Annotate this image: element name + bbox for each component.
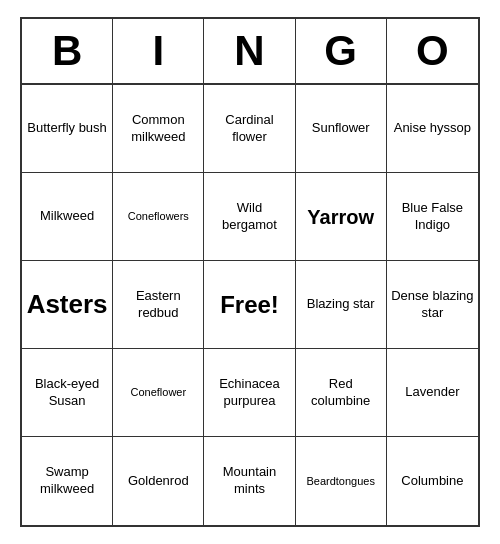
header-letter-i: I [113, 19, 204, 83]
bingo-cell-12: Free! [204, 261, 295, 349]
bingo-cell-11: Eastern redbud [113, 261, 204, 349]
bingo-cell-3: Sunflower [296, 85, 387, 173]
header-letter-o: O [387, 19, 478, 83]
bingo-cell-10: Asters [22, 261, 113, 349]
bingo-cell-5: Milkweed [22, 173, 113, 261]
bingo-header: BINGO [22, 19, 478, 85]
header-letter-g: G [296, 19, 387, 83]
bingo-cell-4: Anise hyssop [387, 85, 478, 173]
bingo-cell-19: Lavender [387, 349, 478, 437]
bingo-grid: Butterfly bushCommon milkweedCardinal fl… [22, 85, 478, 525]
bingo-card: BINGO Butterfly bushCommon milkweedCardi… [20, 17, 480, 527]
bingo-cell-13: Blazing star [296, 261, 387, 349]
bingo-cell-9: Blue False Indigo [387, 173, 478, 261]
bingo-cell-15: Black-eyed Susan [22, 349, 113, 437]
header-letter-n: N [204, 19, 295, 83]
bingo-cell-17: Echinacea purpurea [204, 349, 295, 437]
bingo-cell-8: Yarrow [296, 173, 387, 261]
bingo-cell-6: Coneflowers [113, 173, 204, 261]
bingo-cell-18: Red columbine [296, 349, 387, 437]
bingo-cell-23: Beardtongues [296, 437, 387, 525]
header-letter-b: B [22, 19, 113, 83]
bingo-cell-20: Swamp milkweed [22, 437, 113, 525]
bingo-cell-7: Wild bergamot [204, 173, 295, 261]
bingo-cell-0: Butterfly bush [22, 85, 113, 173]
bingo-cell-22: Mountain mints [204, 437, 295, 525]
bingo-cell-21: Goldenrod [113, 437, 204, 525]
bingo-cell-16: Coneflower [113, 349, 204, 437]
bingo-cell-2: Cardinal flower [204, 85, 295, 173]
bingo-cell-1: Common milkweed [113, 85, 204, 173]
bingo-cell-24: Columbine [387, 437, 478, 525]
bingo-cell-14: Dense blazing star [387, 261, 478, 349]
